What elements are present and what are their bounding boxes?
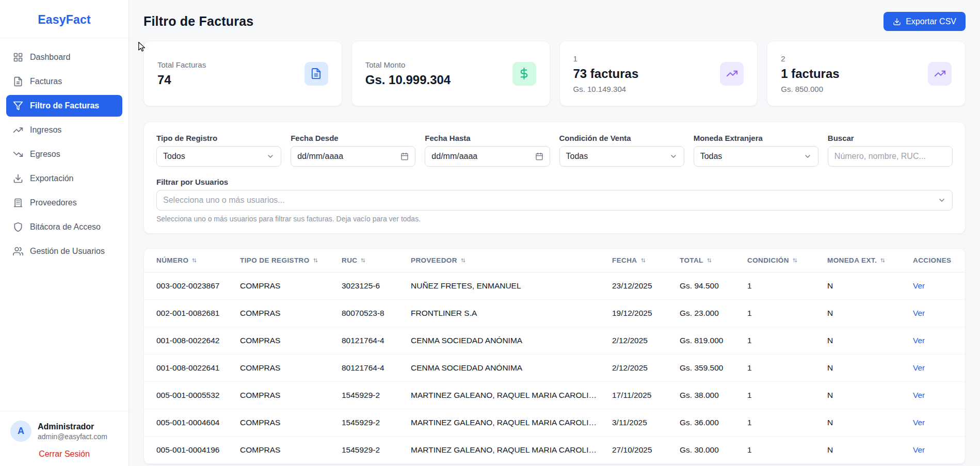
cell-tipo-registro: COMPRAS	[234, 409, 335, 437]
shield-icon	[13, 222, 23, 232]
stats-row: Total Facturas 74 Total Monto Gs. 10.999…	[143, 41, 966, 106]
cell-total: Gs. 23.000	[673, 300, 741, 327]
page-header: Filtro de Facturas Exportar CSV	[143, 0, 966, 41]
cell-tipo-registro: COMPRAS	[234, 300, 335, 327]
ver-link[interactable]: Ver	[913, 418, 925, 427]
app-logo: EasyFact	[0, 0, 128, 38]
cell-numero: 001-008-0022642	[144, 327, 234, 355]
column-header-total[interactable]: TOTAL	[673, 249, 741, 272]
logout-link[interactable]: Cerrar Sesión	[10, 449, 118, 459]
column-header-fecha[interactable]: FECHA	[606, 249, 673, 272]
stat-card: Total Facturas 74	[143, 41, 342, 106]
ver-link[interactable]: Ver	[913, 309, 925, 317]
cell-numero: 001-008-0022641	[144, 355, 234, 382]
fecha-hasta-input[interactable]: dd/mm/aaaa	[425, 146, 550, 167]
cell-numero: 003-002-0023867	[144, 272, 234, 300]
sidebar-item-bitacora-de-acceso[interactable]: Bitácora de Acceso	[6, 216, 122, 238]
cell-acciones: Ver	[907, 409, 966, 437]
cell-condicion: 1	[741, 327, 821, 355]
stat-value: 74	[157, 73, 206, 87]
cell-moneda-ext: N	[821, 327, 907, 355]
sidebar-item-gestion-de-usuarios[interactable]: Gestión de Usuarios	[6, 240, 122, 262]
cell-moneda-ext: N	[821, 355, 907, 382]
filter-icon	[13, 101, 23, 111]
users-icon	[13, 246, 23, 256]
condicion-venta-select[interactable]: Todas	[559, 146, 684, 167]
usuarios-multiselect[interactable]: Selecciona uno o más usuarios...	[156, 190, 953, 211]
cell-condicion: 1	[741, 355, 821, 382]
sidebar-item-egresos[interactable]: Egresos	[6, 143, 122, 165]
ver-link[interactable]: Ver	[913, 445, 925, 454]
column-header-numero[interactable]: NÚMERO	[144, 249, 234, 272]
cell-moneda-ext: N	[821, 300, 907, 327]
stat-icon-box	[304, 62, 328, 86]
fecha-hasta-label: Fecha Hasta	[425, 134, 550, 142]
tipo-registro-select[interactable]: Todos	[156, 146, 281, 167]
filter-tipo-registro: Tipo de Registro Todos	[156, 134, 281, 167]
column-header-tipo-de-registro[interactable]: TIPO DE REGISTRO	[234, 249, 335, 272]
cell-fecha: 3/11/2025	[606, 409, 673, 437]
usuarios-label: Filtrar por Usuarios	[156, 178, 953, 186]
cell-tipo-registro: COMPRAS	[234, 437, 335, 464]
sidebar: EasyFact Dashboard Facturas Filtro de Fa…	[0, 0, 129, 466]
sidebar-item-label: Egresos	[30, 150, 60, 159]
trend-up-icon	[726, 68, 738, 79]
cell-fecha: 2/12/2025	[606, 355, 673, 382]
moneda-extranjera-select[interactable]: Todas	[694, 146, 818, 167]
moneda-extranjera-label: Moneda Extranjera	[694, 134, 818, 142]
sidebar-item-dashboard[interactable]: Dashboard	[6, 46, 122, 68]
cell-total: Gs. 38.000	[673, 382, 741, 409]
sidebar-item-ingresos[interactable]: Ingresos	[6, 119, 122, 141]
sidebar-user-section: A Administrador admin@easyfact.com Cerra…	[0, 411, 128, 466]
stat-icon-box	[512, 62, 536, 86]
chevron-down-icon	[266, 152, 275, 160]
ver-link[interactable]: Ver	[913, 336, 925, 345]
ver-link[interactable]: Ver	[913, 363, 925, 372]
filters-panel: Tipo de Registro Todos Fecha Desde dd/mm…	[143, 122, 966, 234]
stat-value: 1 facturas	[781, 67, 839, 81]
usuarios-help-text: Selecciona uno o más usuarios para filtr…	[156, 215, 953, 223]
cell-proveedor: MARTINEZ GALEANO, RAQUEL MARIA CAROLINE	[405, 437, 606, 464]
stat-label: 2	[781, 54, 839, 63]
cell-tipo-registro: COMPRAS	[234, 272, 335, 300]
filter-moneda-extranjera: Moneda Extranjera Todas	[694, 134, 818, 167]
sidebar-item-proveedores[interactable]: Proveedores	[6, 192, 122, 214]
stat-label: Total Facturas	[157, 60, 206, 69]
chevron-down-icon	[804, 152, 812, 160]
ver-link[interactable]: Ver	[913, 391, 925, 399]
column-header-moneda-ext[interactable]: MONEDA EXT.	[821, 249, 907, 272]
moneda-extranjera-value: Todas	[700, 152, 722, 161]
cell-ruc: 1545929-2	[335, 437, 405, 464]
fecha-desde-input[interactable]: dd/mm/aaaa	[291, 146, 415, 167]
document-icon	[310, 68, 322, 79]
column-header-ruc[interactable]: RUC	[335, 249, 405, 272]
table-body: 003-002-0023867 COMPRAS 3023125-6 NUÑEZ …	[144, 272, 966, 464]
column-header-acciones[interactable]: ACCIONES	[907, 249, 966, 272]
sort-icon	[360, 257, 366, 264]
buscar-label: Buscar	[828, 134, 953, 142]
sidebar-item-label: Gestión de Usuarios	[30, 247, 105, 256]
sidebar-item-facturas[interactable]: Facturas	[6, 71, 122, 92]
invoice-row: 002-001-0082681 COMPRAS 80070523-8 FRONT…	[144, 300, 966, 327]
export-csv-button[interactable]: Exportar CSV	[883, 12, 966, 31]
sort-icon	[879, 257, 886, 264]
ver-link[interactable]: Ver	[913, 281, 925, 290]
invoice-row: 003-002-0023867 COMPRAS 3023125-6 NUÑEZ …	[144, 272, 966, 300]
export-icon	[13, 173, 23, 184]
sidebar-item-exportacion[interactable]: Exportación	[6, 168, 122, 189]
invoice-row: 005-001-0005532 COMPRAS 1545929-2 MARTIN…	[144, 382, 966, 409]
cell-total: Gs. 36.000	[673, 409, 741, 437]
cell-acciones: Ver	[907, 355, 966, 382]
cell-fecha: 2/12/2025	[606, 327, 673, 355]
stat-icon-box	[928, 62, 952, 86]
cell-fecha: 17/11/2025	[606, 382, 673, 409]
search-input[interactable]	[828, 146, 953, 167]
stat-card: Total Monto Gs. 10.999.304	[351, 41, 550, 106]
column-header-condicion[interactable]: CONDICIÓN	[741, 249, 821, 272]
sidebar-item-filtro-de-facturas[interactable]: Filtro de Facturas	[6, 95, 122, 117]
fecha-desde-value: dd/mm/aaaa	[297, 152, 343, 161]
column-header-proveedor[interactable]: PROVEEDOR	[405, 249, 606, 272]
main-content: Filtro de Facturas Exportar CSV Total Fa…	[129, 0, 980, 466]
condicion-venta-value: Todas	[566, 152, 588, 161]
cell-proveedor: CENMA SOCIEDAD ANÓNIMA	[405, 355, 606, 382]
